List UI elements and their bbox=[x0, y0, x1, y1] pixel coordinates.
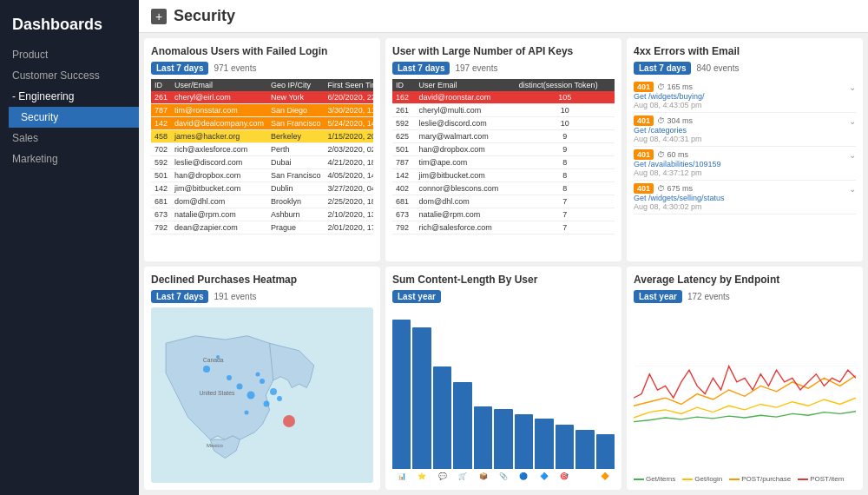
map-dot bbox=[260, 379, 265, 384]
anomalous-users-badge[interactable]: Last 7 days bbox=[151, 62, 208, 75]
col-email: User Email bbox=[416, 79, 516, 91]
table-row[interactable]: 162david@roonstar.com105 bbox=[392, 91, 615, 104]
bar[interactable] bbox=[474, 406, 492, 469]
errors-badge[interactable]: Last 7 days bbox=[634, 62, 691, 75]
legend-label: POST/purchase bbox=[741, 475, 791, 483]
table-row[interactable]: 261cheryl@eirl.comNew York6/20/2020, 22:… bbox=[151, 91, 373, 104]
error-item[interactable]: 401 ⏱ 304 ms ⌄ Get /categories Aug 08, 4… bbox=[634, 113, 856, 147]
error-path: Get /widgets/selling/status bbox=[634, 194, 856, 202]
table-row[interactable]: 402connor@blescons.com8 bbox=[392, 182, 615, 195]
table-row[interactable]: 592leslie@discord.comDubai4/21/2020, 18:… bbox=[151, 156, 373, 169]
bar[interactable] bbox=[596, 434, 615, 469]
table-row[interactable]: 592leslie@discord.com10 bbox=[392, 117, 615, 130]
error-time: ⏱ 304 ms bbox=[657, 116, 693, 125]
error-time: ⏱ 165 ms bbox=[657, 82, 693, 91]
table-row[interactable]: 681dom@dhl.comBrooklyn2/25/2020, 18:47:1… bbox=[151, 195, 373, 208]
bars-container bbox=[392, 307, 615, 471]
bar-icons: 📊⭐💬🛒📦📎🔵🔷🎯🏷🔶 bbox=[392, 472, 615, 483]
content-length-badge-row: Last year bbox=[392, 290, 615, 303]
table-row[interactable]: 673natalie@rpm.com7 bbox=[392, 208, 615, 221]
sidebar-item-customer-success[interactable]: Customer Success bbox=[0, 65, 139, 86]
table-row[interactable]: 261cheryl@multi.com10 bbox=[392, 104, 615, 117]
legend-color bbox=[682, 478, 693, 480]
line-chart bbox=[634, 307, 856, 472]
sidebar-item-product[interactable]: Product bbox=[0, 44, 139, 65]
bar-chart: 📊⭐💬🛒📦📎🔵🔷🎯🏷🔶 bbox=[392, 307, 615, 483]
chevron-down-icon: ⌄ bbox=[849, 150, 856, 160]
table-row[interactable]: 458james@hacker.orgBerkeley1/15/2020, 20… bbox=[151, 130, 373, 143]
error-date: Aug 08, 4:40:31 pm bbox=[634, 135, 856, 143]
error-item[interactable]: 401 ⏱ 165 ms ⌄ Get /widgets/buying/ Aug … bbox=[634, 79, 856, 113]
card-latency: Average Latency by Endpoint Last year 17… bbox=[627, 267, 863, 490]
latency-title: Average Latency by Endpoint bbox=[634, 274, 856, 286]
bar[interactable] bbox=[556, 425, 574, 469]
heatmap-badge-row: Last 7 days 191 events bbox=[151, 290, 373, 303]
error-code: 401 bbox=[634, 116, 654, 126]
legend-item: Get/login bbox=[682, 475, 722, 483]
chart-legend: Get/itemsGet/loginPOST/purchasePOST/item bbox=[634, 475, 856, 483]
add-dashboard-button[interactable]: + bbox=[151, 9, 167, 24]
table-row[interactable]: 787tim@ronsstar.comSan Diego3/30/2020, 1… bbox=[151, 104, 373, 117]
legend-label: Get/items bbox=[646, 475, 675, 483]
table-row[interactable]: 142jim@bitbucket.comDublin3/27/2020, 04:… bbox=[151, 182, 373, 195]
error-path: Get /availabilities/109159 bbox=[634, 160, 856, 168]
bar[interactable] bbox=[494, 409, 512, 469]
map-dot bbox=[245, 411, 249, 415]
error-code: 401 bbox=[634, 149, 654, 160]
error-date: Aug 08, 4:30:02 pm bbox=[634, 202, 856, 211]
sidebar-item-marketing[interactable]: Marketing bbox=[0, 148, 139, 169]
map-dot bbox=[255, 372, 260, 376]
bar[interactable] bbox=[412, 327, 431, 469]
main-header: + Security bbox=[139, 0, 868, 33]
table-row[interactable]: 787tim@ape.com8 bbox=[392, 156, 615, 169]
dashboard-grid: Anomalous Users with Failed Login Last 7… bbox=[139, 33, 868, 495]
latency-badge[interactable]: Last year bbox=[634, 290, 682, 303]
sidebar-item-engineering[interactable]: Engineering bbox=[0, 86, 139, 107]
heatmap-badge[interactable]: Last 7 days bbox=[151, 290, 208, 303]
table-row[interactable]: 792rich@salesforce.com7 bbox=[392, 221, 615, 234]
errors-events: 840 events bbox=[696, 63, 739, 73]
bar-icon: 🎯 bbox=[556, 472, 574, 483]
card-content-length: Sum Content-Length By User Last year 📊⭐💬… bbox=[385, 267, 621, 490]
bar[interactable] bbox=[535, 419, 553, 469]
error-item[interactable]: 401 ⏱ 60 ms ⌄ Get /availabilities/109159… bbox=[634, 147, 856, 181]
col-token: distinct(session Token) bbox=[516, 79, 615, 91]
table-row[interactable]: 673natalie@rpm.comAshburn2/10/2020, 13:3… bbox=[151, 208, 373, 221]
table-row[interactable]: 501han@dropbox.comSan Francisco4/05/2020… bbox=[151, 169, 373, 182]
heatmap-container: Canada United States Mexico bbox=[151, 307, 373, 483]
main-content: + Security Anomalous Users with Failed L… bbox=[139, 0, 868, 495]
bar[interactable] bbox=[453, 382, 471, 469]
api-keys-table: ID User Email distinct(session Token) 16… bbox=[392, 79, 615, 234]
error-item[interactable]: 401 ⏱ 675 ms ⌄ Get /widgets/selling/stat… bbox=[634, 181, 856, 214]
bar[interactable] bbox=[392, 320, 411, 469]
error-code: 401 bbox=[634, 82, 654, 92]
legend-item: POST/purchase bbox=[729, 475, 791, 483]
heatmap-events: 191 events bbox=[214, 292, 256, 301]
bar[interactable] bbox=[515, 414, 533, 469]
chevron-down-icon: ⌄ bbox=[849, 184, 856, 194]
table-row[interactable]: 501han@dropbox.com9 bbox=[392, 143, 615, 156]
table-row[interactable]: 142jim@bitbucket.com8 bbox=[392, 169, 615, 182]
map-dot bbox=[203, 366, 210, 373]
api-keys-events: 197 events bbox=[455, 63, 497, 73]
api-keys-badge[interactable]: Last 7 days bbox=[392, 62, 450, 75]
card-heatmap: Declined Purchases Heatmap Last 7 days 1… bbox=[144, 267, 380, 490]
table-row[interactable]: 142david@dealcompany.comSan Francisco5/2… bbox=[151, 117, 373, 130]
bar[interactable] bbox=[575, 430, 594, 469]
table-row[interactable]: 625mary@walmart.com9 bbox=[392, 130, 615, 143]
legend-color bbox=[798, 478, 808, 480]
sidebar-item-sales[interactable]: Sales bbox=[0, 128, 139, 148]
table-row[interactable]: 681dom@dhl.com7 bbox=[392, 195, 615, 208]
map-background: Canada United States Mexico bbox=[151, 307, 373, 483]
table-row[interactable]: 792dean@zapier.comPrague2/01/2020, 17:12… bbox=[151, 221, 373, 234]
legend-label: POST/item bbox=[810, 475, 844, 483]
sidebar: Dashboards Product Customer Success Engi… bbox=[0, 0, 139, 495]
latency-badge-row: Last year 172 events bbox=[634, 290, 856, 303]
table-row[interactable]: 702rich@axlesforce.comPerth2/03/2020, 02… bbox=[151, 143, 373, 156]
bar[interactable] bbox=[433, 366, 451, 469]
card-anomalous-users: Anomalous Users with Failed Login Last 7… bbox=[144, 38, 380, 261]
content-length-badge[interactable]: Last year bbox=[392, 290, 441, 303]
sidebar-item-security[interactable]: Security bbox=[9, 107, 139, 128]
anomalous-users-table: ID User/Email Geo IP/City First Seen Tim… bbox=[151, 79, 373, 234]
api-keys-title: User with Large Number of API Keys bbox=[392, 45, 615, 57]
